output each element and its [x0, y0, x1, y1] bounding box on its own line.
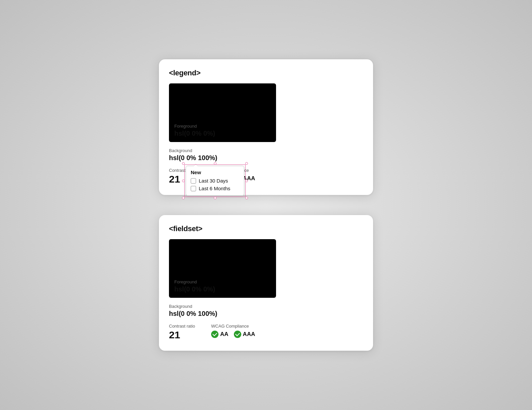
dropdown-popup[interactable]: New Last 30 Days Last 6 Months — [186, 166, 244, 196]
checkbox-last30[interactable] — [191, 178, 196, 184]
legend-fg-value: hsl(0 0% 0%) — [174, 130, 271, 137]
fieldset-aa-label: AA — [220, 331, 229, 338]
fieldset-bg-value: hsl(0 0% 100%) — [169, 310, 217, 318]
floating-overlay: New Last 30 Days Last 6 Months — [186, 166, 244, 196]
fieldset-fg-label: Foreground — [174, 279, 271, 284]
fieldset-card: <fieldset> Foreground hsl(0 0% 0%) Backg… — [159, 215, 373, 351]
handle-br — [245, 197, 248, 199]
checkbox-item-last30[interactable]: Last 30 Days — [191, 178, 239, 184]
fieldset-aaa-check-icon — [234, 331, 241, 338]
legend-bg-block: Background hsl(0 0% 100%) — [169, 148, 217, 162]
checkbox-item-last6[interactable]: Last 6 Months — [191, 186, 239, 191]
legend-bg-value: hsl(0 0% 100%) — [169, 154, 217, 162]
fieldset-wcag-block: WCAG Compliance AA AAA — [211, 324, 255, 338]
fieldset-bg-label: Background — [169, 304, 217, 309]
fieldset-contrast-label: Contrast ratio — [169, 324, 195, 329]
fieldset-card-title: <fieldset> — [169, 224, 363, 233]
fieldset-stats-row: Contrast ratio 21 WCAG Compliance AA AAA — [169, 324, 363, 341]
handle-bm — [214, 197, 216, 199]
dropdown-title: New — [191, 169, 239, 175]
checkbox-last30-label: Last 30 Days — [199, 178, 228, 184]
fieldset-color-preview: Foreground hsl(0 0% 0%) — [169, 239, 276, 298]
legend-fg-label: Foreground — [174, 124, 271, 129]
fieldset-aaa-badge: AAA — [234, 331, 255, 338]
fieldset-contrast-value: 21 — [169, 329, 195, 341]
legend-bg-label: Background — [169, 148, 217, 153]
fieldset-aa-check-icon — [211, 331, 218, 338]
fieldset-wcag-badges: AA AAA — [211, 331, 255, 338]
legend-card-title: <legend> — [169, 69, 363, 77]
fieldset-fg-value: hsl(0 0% 0%) — [174, 285, 271, 293]
checkbox-last6-label: Last 6 Months — [199, 186, 230, 191]
fieldset-aaa-label: AAA — [243, 331, 255, 338]
fieldset-wcag-label: WCAG Compliance — [211, 324, 255, 329]
fieldset-aa-badge: AA — [211, 331, 229, 338]
fieldset-bg-row: Background hsl(0 0% 100%) — [169, 304, 363, 318]
selection-box: New Last 30 Days Last 6 Months — [186, 166, 244, 196]
fieldset-bg-block: Background hsl(0 0% 100%) — [169, 304, 217, 318]
legend-bg-row: Background hsl(0 0% 100%) — [169, 148, 363, 162]
cards-wrapper: <legend> Foreground hsl(0 0% 0%) Backgro… — [159, 59, 373, 351]
legend-aaa-label: AAA — [243, 175, 255, 182]
fieldset-contrast-block: Contrast ratio 21 — [169, 324, 195, 341]
checkbox-last6[interactable] — [191, 186, 196, 191]
legend-color-preview: Foreground hsl(0 0% 0%) — [169, 83, 276, 142]
handle-bl — [182, 197, 185, 199]
